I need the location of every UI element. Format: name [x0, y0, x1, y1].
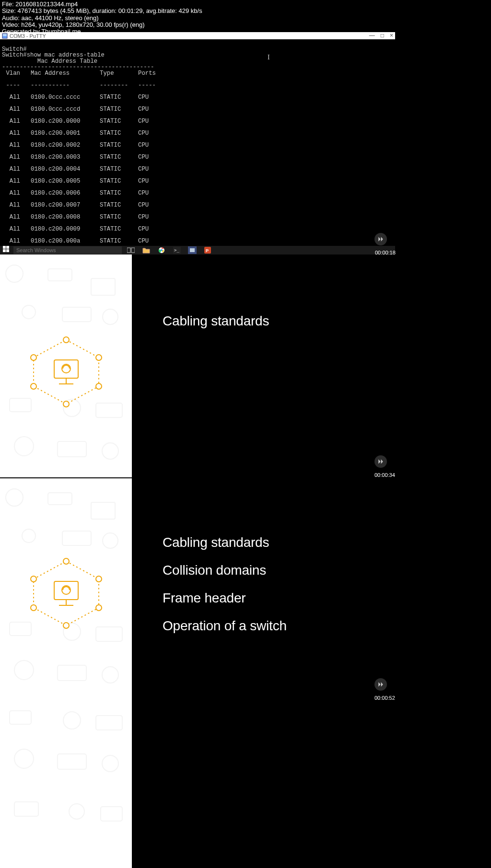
svg-point-34: [31, 355, 36, 360]
powerpoint-icon[interactable]: P: [203, 246, 212, 254]
play-next-button[interactable]: [374, 455, 387, 468]
terminal-row: All0180.c200.0004STATICCPU: [2, 166, 393, 173]
svg-rect-62: [10, 711, 31, 724]
svg-point-67: [102, 755, 118, 772]
thumb-timestamp: 00:00:52: [374, 695, 395, 701]
svg-point-21: [103, 309, 118, 324]
file-info-line: File: 20160810213344.mp4: [2, 1, 489, 8]
cmd-icon[interactable]: >_: [173, 246, 181, 254]
svg-rect-7: [131, 248, 135, 253]
slide-content: Cabling standards: [132, 255, 395, 477]
terminal-row: All0180.c200.0000STATICCPU: [2, 118, 393, 125]
file-explorer-icon[interactable]: [142, 246, 151, 254]
maximize-button[interactable]: □: [381, 32, 384, 39]
svg-rect-26: [58, 441, 86, 457]
svg-rect-58: [54, 581, 78, 600]
slide-bullet: Collision domains: [163, 556, 395, 584]
svg-rect-4: [3, 249, 6, 252]
svg-rect-18: [91, 278, 115, 295]
svg-rect-13: [190, 248, 195, 252]
svg-point-48: [14, 660, 34, 680]
terminal-line: ----------------------------------------…: [2, 64, 154, 70]
svg-rect-2: [3, 246, 6, 249]
putty-taskbar-icon[interactable]: [188, 246, 197, 254]
svg-rect-66: [58, 754, 86, 769]
terminal-row: All0180.c200.0008STATICCPU: [2, 214, 393, 220]
svg-point-69: [69, 804, 84, 819]
putty-icon: [2, 33, 8, 39]
svg-rect-5: [6, 249, 9, 252]
terminal-row: All0180.c200.0003STATICCPU: [2, 154, 393, 161]
svg-point-57: [31, 576, 36, 582]
svg-point-52: [63, 558, 69, 564]
slide-side-graphic: [0, 478, 132, 701]
svg-point-9: [161, 249, 163, 251]
svg-point-19: [22, 305, 35, 319]
svg-rect-70: [101, 807, 122, 821]
svg-rect-6: [127, 248, 130, 253]
terminal-row: All0180.c200.0005STATICCPU: [2, 178, 393, 185]
slide-content: Cabling standards Collision domains Fram…: [132, 478, 395, 701]
file-info-line: Video: h264, yuv420p, 1280x720, 30.00 fp…: [2, 22, 489, 28]
slide-bullet: Cabling standards: [163, 529, 395, 556]
svg-point-50: [102, 667, 118, 683]
slide-content: [132, 701, 395, 868]
svg-marker-28: [34, 340, 99, 404]
svg-point-65: [14, 749, 34, 768]
svg-rect-35: [54, 360, 78, 378]
svg-rect-43: [62, 531, 91, 545]
slide-panel: [0, 701, 395, 868]
slide-bullet: Operation of a switch: [163, 612, 395, 640]
chrome-icon[interactable]: [157, 246, 166, 254]
svg-text:>_: >_: [174, 248, 179, 253]
terminal-row: All0180.c200.0002STATICCPU: [2, 142, 393, 149]
terminal-row: All0180.c200.0007STATICCPU: [2, 202, 393, 208]
svg-rect-40: [48, 493, 72, 505]
network-hex-icon: [28, 557, 105, 632]
svg-point-16: [6, 265, 23, 282]
svg-point-25: [14, 437, 34, 456]
svg-rect-1: [3, 34, 7, 36]
file-info-line: Size: 4767413 bytes (4.55 MiB), duration…: [2, 8, 489, 14]
minimize-button[interactable]: —: [369, 32, 375, 39]
svg-point-30: [96, 355, 102, 360]
svg-rect-41: [91, 502, 115, 519]
search-input[interactable]: [13, 246, 122, 254]
task-view-icon[interactable]: [127, 246, 135, 254]
terminal-row: All0180.c200.0001STATICCPU: [2, 130, 393, 137]
terminal-row: All0180.c200.0006STATICCPU: [2, 190, 393, 197]
terminal-row: All0100.0ccc.cccdSTATICCPU: [2, 106, 393, 113]
svg-marker-51: [34, 561, 99, 625]
svg-point-33: [31, 383, 36, 389]
windows-taskbar[interactable]: >_ P: [0, 246, 395, 255]
slide-panel: Cabling standards Collision domains Fram…: [0, 478, 395, 701]
slide-side-graphic: [0, 701, 132, 868]
start-button[interactable]: [3, 246, 10, 255]
svg-point-29: [63, 337, 69, 343]
svg-point-39: [6, 489, 23, 506]
file-info-header: File: 20160810213344.mp4 Size: 4767413 b…: [0, 0, 491, 36]
svg-point-55: [63, 623, 69, 628]
svg-rect-3: [6, 246, 9, 249]
svg-point-53: [96, 576, 102, 582]
svg-point-27: [102, 443, 118, 459]
terminal-row: All0180.c200.0009STATICCPU: [2, 226, 393, 232]
svg-rect-68: [14, 802, 38, 816]
play-next-button[interactable]: [374, 678, 387, 691]
svg-point-54: [96, 605, 102, 611]
text-cursor-icon: I: [268, 54, 270, 61]
svg-rect-20: [62, 307, 91, 322]
svg-rect-17: [48, 269, 72, 281]
close-button[interactable]: ×: [390, 32, 393, 39]
putty-titlebar[interactable]: COM3 - PuTTY — □ ×: [0, 32, 395, 39]
putty-title: COM3 - PuTTY: [10, 33, 46, 39]
svg-point-44: [103, 533, 118, 548]
slide-bullet: Cabling standards: [163, 307, 395, 335]
slide-bullet: Frame header: [163, 584, 395, 612]
svg-point-42: [22, 529, 35, 543]
slide-side-graphic: [0, 255, 132, 477]
svg-point-56: [31, 605, 36, 611]
terminal-line: ----------------------------: [2, 82, 393, 89]
play-next-button[interactable]: [374, 233, 387, 245]
slide-panel: Cabling standards: [0, 255, 395, 477]
